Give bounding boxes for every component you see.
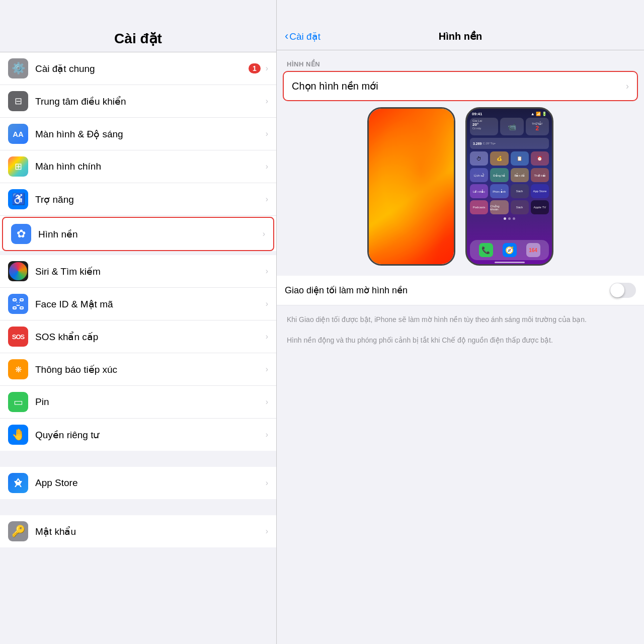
face-id-icon: [8, 294, 28, 314]
chevron-icon: ›: [263, 229, 265, 238]
accessibility-icon: ♿: [8, 189, 28, 209]
item-label: Màn hình chính: [35, 161, 264, 172]
app-icon: ⏰: [531, 151, 549, 166]
back-label: Cài đặt: [289, 31, 320, 42]
sidebar-item-thong-bao[interactable]: ❋ Thông báo tiếp xúc ›: [0, 353, 276, 386]
item-label: Màn hình & Độ sáng: [35, 128, 264, 140]
contact-icon: ❋: [8, 359, 28, 379]
chevron-icon: ›: [266, 162, 268, 171]
battery-icon: ▭: [8, 392, 28, 412]
phone-dock: 📞 🧭 164: [470, 240, 549, 260]
sidebar-item-quyen-rieng-tu[interactable]: 🤚 Quyền riêng tư ›: [0, 419, 276, 451]
app-row-2: Lịch sử Đồng hồ Bản đồ Thời tiết: [467, 167, 552, 183]
left-panel: Cài đặt ⚙️ Cài đặt chung 1 › ⊟ Trung tâm…: [0, 0, 277, 644]
item-label: Siri & Tìm kiếm: [35, 266, 264, 277]
app-icon: Bản đồ: [511, 168, 529, 182]
lockscreen-preview[interactable]: [367, 107, 455, 266]
settings-list: ⚙️ Cài đặt chung 1 › ⊟ Trung tâm điều kh…: [0, 52, 276, 644]
app-row-3: Lời nhắc Phim ảnh Sách App Store: [467, 183, 552, 199]
back-chevron-icon: ‹: [285, 30, 288, 43]
phone-status-icons: ▲ 📶 🔋: [531, 112, 547, 116]
wallpaper-previews: 09:41 ▲ 📶 🔋 Gia Lai 20° Có mây 📹: [277, 107, 644, 276]
sidebar-item-man-hinh-do-sang[interactable]: AA Màn hình & Độ sáng ›: [0, 118, 276, 150]
sidebar-item-face-id[interactable]: Face ID & Mật mã ›: [0, 288, 276, 320]
page-dots: [467, 215, 552, 222]
app-icon: Podcasts: [470, 200, 488, 214]
privacy-icon: 🤚: [8, 425, 28, 445]
chevron-icon: ›: [266, 527, 268, 536]
item-label: Mật khẩu: [35, 526, 264, 537]
item-label: Quyền riêng tư: [35, 429, 264, 441]
home-indicator: [495, 262, 525, 263]
app-icon: Sách: [511, 184, 529, 198]
sidebar-item-tro-nang[interactable]: ♿ Trợ năng ›: [0, 183, 276, 216]
app-icon: Chứng khoán: [490, 200, 508, 214]
left-title: Cài đặt: [10, 30, 266, 47]
dark-mode-blur-toggle[interactable]: [610, 283, 636, 298]
badge-count: 1: [249, 63, 261, 73]
separator-2: [0, 503, 276, 515]
app-icon: 📋: [511, 151, 529, 166]
svg-rect-1: [20, 299, 23, 301]
calendar-widget: THỨ BẢY 2: [526, 118, 549, 135]
app-icon: Apple TV: [531, 200, 549, 214]
sidebar-item-app-store[interactable]: App Store ›: [0, 467, 276, 499]
chevron-icon: ›: [266, 430, 268, 439]
gear-icon: ⚙️: [8, 58, 28, 78]
description-1: Khi Giao diện tối được bật, iPhone sẽ là…: [277, 309, 644, 330]
sidebar-item-man-hinh-chinh[interactable]: ⊞ Màn hình chính ›: [0, 150, 276, 183]
chevron-icon: ›: [266, 299, 268, 308]
toggle-label: Giao diện tối làm mờ hình nền: [285, 285, 610, 296]
section-3: App Store ›: [0, 467, 276, 499]
chevron-icon: ›: [266, 332, 268, 341]
phone-time-display: 09:41: [472, 112, 482, 116]
item-label: SOS khẩn cấp: [35, 331, 264, 343]
sidebar-item-cai-dat-chung[interactable]: ⚙️ Cài đặt chung 1 ›: [0, 52, 276, 85]
sidebar-item-siri[interactable]: Siri & Tìm kiếm ›: [0, 255, 276, 288]
app-row-1: ⏱ 💰 📋 ⏰: [467, 150, 552, 167]
item-label: Face ID & Mật mã: [35, 298, 264, 310]
homescreen-preview[interactable]: 09:41 ▲ 📶 🔋 Gia Lai 20° Có mây 📹: [465, 107, 553, 266]
choose-wallpaper-label: Chọn hình nền mới: [292, 80, 624, 92]
app-icon: Lịch sử: [470, 168, 488, 182]
sidebar-item-pin[interactable]: ▭ Pin ›: [0, 386, 276, 419]
app-icon: Sách: [511, 200, 529, 214]
choose-wallpaper-button[interactable]: Chọn hình nền mới ›: [284, 72, 637, 100]
widget-row-2: 3.269 C:28°Tip•: [467, 137, 552, 150]
right-content: HÌNH NỀN Chọn hình nền mới › 09:41 ▲ 📶: [277, 50, 644, 644]
chevron-icon: ›: [266, 129, 268, 138]
item-label: Thông báo tiếp xúc: [35, 364, 264, 375]
app-icon: App Store: [531, 184, 549, 198]
app-store-icon: [8, 473, 28, 493]
back-button[interactable]: ‹ Cài đặt: [285, 30, 320, 43]
description-2: Hình nền động và thu phóng phối cảnh bị …: [277, 330, 644, 351]
right-header: ‹ Cài đặt Hình nền: [277, 0, 644, 50]
sidebar-item-sos[interactable]: SOS SOS khẩn cấp ›: [0, 320, 276, 353]
brightness-icon: AA: [8, 124, 28, 144]
dock-phone: 📞: [479, 243, 493, 257]
section-2: Siri & Tìm kiếm › Face ID & Mật mã ›: [0, 255, 276, 451]
app-icon: ⏱: [470, 151, 488, 166]
item-label: App Store: [35, 477, 264, 489]
chevron-icon: ›: [266, 64, 268, 73]
section-label: HÌNH NỀN: [277, 50, 644, 71]
sliders-icon: ⊟: [8, 91, 28, 111]
item-label: Trợ năng: [35, 194, 264, 205]
app-icon: Đồng hồ: [490, 168, 508, 182]
separator: [0, 455, 276, 467]
sidebar-item-trung-tam[interactable]: ⊟ Trung tâm điều khiển ›: [0, 85, 276, 118]
item-label: Pin: [35, 396, 264, 408]
app-icon: Phim ảnh: [490, 184, 508, 198]
number-widget: 3.269 C:28°Tip•: [470, 138, 549, 149]
svg-rect-3: [20, 307, 23, 309]
app-icon: 💰: [490, 151, 508, 166]
left-header: Cài đặt: [0, 0, 276, 52]
wallpaper-icon: ✿: [11, 224, 31, 244]
home-screen-icon: ⊞: [8, 156, 28, 177]
choose-wallpaper-section: Chọn hình nền mới ›: [283, 71, 638, 101]
weather-widget: Gia Lai 20° Có mây: [470, 118, 498, 135]
section-4: 🔑 Mật khẩu ›: [0, 515, 276, 547]
facetime-widget: 📹: [500, 118, 523, 135]
sidebar-item-hinh-nen[interactable]: ✿ Hình nền ›: [2, 217, 274, 251]
sidebar-item-mat-khau[interactable]: 🔑 Mật khẩu ›: [0, 515, 276, 547]
